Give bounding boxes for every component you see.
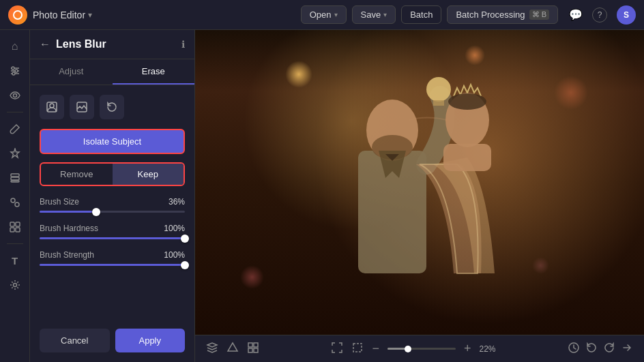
svg-point-27 [448,93,486,110]
bottom-right-history [568,342,633,357]
tool-effects[interactable] [4,142,26,164]
keep-option[interactable]: Keep [113,164,184,185]
app-logo [8,5,27,25]
remove-keep-toggle: Remove Keep [40,162,185,186]
svg-point-16 [13,284,16,287]
brush-hardness-label: Brush Hardness [40,224,98,233]
tab-erase[interactable]: Erase [113,59,195,85]
svg-rect-13 [16,222,20,226]
back-button[interactable]: ← [40,38,50,50]
app-title: Photo Editor [33,10,85,20]
brush-strength-label: Brush Strength [40,250,94,260]
portrait-tool-icon[interactable] [40,95,64,119]
svg-rect-32 [353,344,362,352]
refresh-tool-icon[interactable] [100,95,124,119]
brush-hardness-track[interactable] [40,237,185,239]
info-icon[interactable]: ℹ [181,39,185,50]
tool-home[interactable]: ⌂ [4,35,26,57]
help-icon[interactable]: ? [592,7,607,22]
svg-rect-28 [248,343,252,347]
bottom-center-zoom: − + 22% [331,342,495,357]
svg-point-10 [11,198,15,202]
tool-brush[interactable] [4,118,26,140]
zoom-level: 22% [480,344,496,354]
svg-rect-29 [254,343,258,347]
grid-icon[interactable] [247,342,259,357]
bottom-bar: − + 22% [195,335,644,362]
svg-rect-9 [11,181,19,182]
batch-button[interactable]: Batch [401,5,441,24]
chat-icon[interactable]: 💬 [569,8,583,21]
tool-objects[interactable] [4,192,26,213]
user-avatar[interactable]: S [617,5,636,25]
panel-title: Lens Blur [56,38,176,50]
svg-point-4 [15,70,18,72]
tab-adjust[interactable]: Adjust [30,59,113,85]
open-chevron-icon: ▾ [334,11,338,18]
left-toolbar: ⌂ T [0,30,30,362]
layers-icon[interactable] [206,342,218,357]
svg-point-23 [426,77,451,102]
brush-hardness-slider-row: Brush Hardness 100% [40,224,185,239]
tool-layers[interactable] [4,167,26,189]
open-button[interactable]: Open ▾ [301,5,347,24]
couple-illustration [283,30,556,307]
brush-strength-track[interactable] [40,264,185,266]
panel-header: ← Lens Blur ℹ [30,30,194,59]
svg-point-5 [12,72,15,75]
panel-actions: Cancel Apply [30,329,194,362]
zoom-slider[interactable] [387,348,456,350]
topbar-icons: 💬 ? S [569,5,636,25]
brush-hardness-value: 100% [164,224,185,233]
save-button[interactable]: Save ▾ [352,5,396,24]
cancel-button[interactable]: Cancel [40,329,110,352]
tool-settings[interactable] [4,274,26,296]
main-area: ⌂ T ← Lens Blur ℹ [0,30,644,362]
snapshot-icon[interactable] [568,342,580,357]
brush-strength-slider-row: Brush Strength 100% [40,250,185,266]
svg-rect-8 [11,177,19,180]
shape-icon[interactable] [226,342,239,357]
brush-size-value: 36% [169,197,185,207]
redo-icon[interactable] [603,342,615,357]
bottom-left-tools [206,342,259,357]
zoom-in-icon[interactable]: + [464,342,471,356]
svg-rect-31 [254,348,258,352]
svg-point-3 [12,67,14,70]
panel: ← Lens Blur ℹ Adjust Erase Isola [30,30,195,362]
batch-processing-button[interactable]: Batch Processing ⌘ B [447,5,558,24]
svg-point-18 [50,104,54,108]
tool-eye[interactable] [4,85,26,106]
apply-button[interactable]: Apply [115,329,186,352]
topbar: Photo Editor ▾ Open ▾ Save ▾ Batch Batch… [0,0,644,30]
redo2-icon[interactable] [621,342,633,357]
panel-tabs: Adjust Erase [30,59,194,85]
tool-adjustments[interactable] [4,60,26,82]
brush-strength-value: 100% [164,250,185,260]
image-tool-icon[interactable] [70,95,94,119]
svg-rect-25 [443,144,491,171]
fit-icon[interactable] [331,342,343,357]
svg-rect-24 [433,100,444,106]
svg-point-6 [13,94,16,97]
isolate-subject-button[interactable]: Isolate Subject [40,129,185,154]
canvas-area[interactable]: − + 22% [195,30,644,362]
tool-text[interactable]: T [4,250,26,271]
app-title-chevron-icon: ▾ [88,10,92,20]
svg-rect-12 [10,222,14,226]
remove-option[interactable]: Remove [41,164,113,185]
crop-icon[interactable] [351,342,364,357]
panel-content: Isolate Subject Remove Keep Brush Size 3… [30,85,194,329]
brush-size-track[interactable] [40,211,185,213]
brush-size-label: Brush Size [40,197,79,207]
brush-size-slider-row: Brush Size 36% [40,197,185,213]
svg-point-11 [15,202,19,207]
undo-icon[interactable] [585,342,598,357]
batch-shortcut: ⌘ B [529,10,549,20]
zoom-out-icon[interactable]: − [372,342,379,356]
save-chevron-icon: ▾ [383,11,387,18]
tool-icon-row [40,95,185,119]
tool-gallery[interactable] [4,216,26,238]
app-title-group[interactable]: Photo Editor ▾ [33,10,92,20]
svg-rect-7 [11,174,19,177]
